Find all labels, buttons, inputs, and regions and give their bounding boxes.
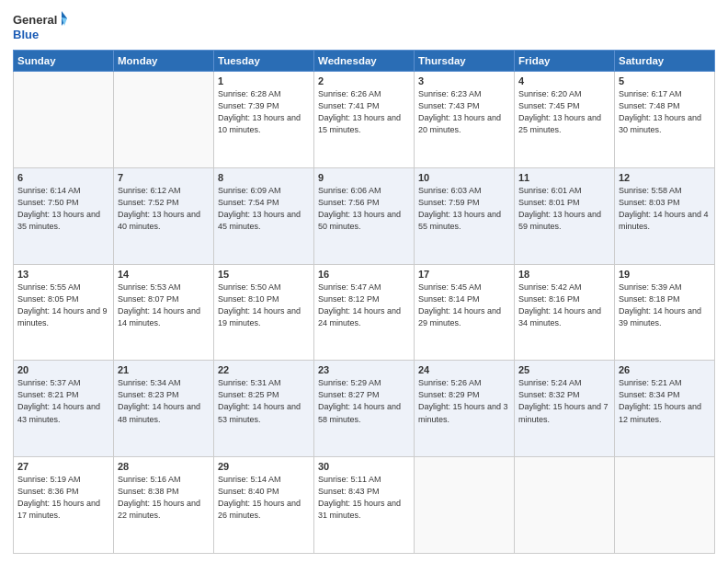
week-row-1: 1Sunrise: 6:28 AM Sunset: 7:39 PM Daylig…: [14, 72, 715, 168]
calendar-cell: 13Sunrise: 5:55 AM Sunset: 8:05 PM Dayli…: [14, 264, 114, 361]
calendar-cell: 7Sunrise: 6:12 AM Sunset: 7:52 PM Daylig…: [114, 167, 214, 264]
calendar-cell: 28Sunrise: 5:16 AM Sunset: 8:38 PM Dayli…: [114, 457, 214, 554]
day-info: Sunrise: 5:29 AM Sunset: 8:27 PM Dayligh…: [318, 377, 410, 425]
calendar-cell: [415, 457, 515, 554]
day-info: Sunrise: 5:50 AM Sunset: 8:10 PM Dayligh…: [218, 282, 310, 329]
col-header-tuesday: Tuesday: [214, 51, 314, 72]
day-number: 27: [17, 461, 109, 472]
svg-text:General: General: [13, 13, 57, 27]
calendar-cell: 29Sunrise: 5:14 AM Sunset: 8:40 PM Dayli…: [214, 457, 314, 554]
svg-text:Blue: Blue: [13, 28, 39, 41]
day-number: 15: [218, 269, 310, 280]
logo-svg: General Blue: [13, 9, 68, 44]
day-number: 1: [218, 75, 310, 86]
day-number: 2: [318, 75, 410, 86]
calendar-cell: 15Sunrise: 5:50 AM Sunset: 8:10 PM Dayli…: [214, 264, 314, 361]
day-number: 16: [318, 269, 410, 280]
day-info: Sunrise: 5:11 AM Sunset: 8:43 PM Dayligh…: [318, 474, 410, 522]
day-info: Sunrise: 6:23 AM Sunset: 7:43 PM Dayligh…: [418, 88, 510, 136]
day-number: 22: [218, 364, 310, 375]
calendar-cell: 3Sunrise: 6:23 AM Sunset: 7:43 PM Daylig…: [415, 72, 515, 168]
day-info: Sunrise: 6:14 AM Sunset: 7:50 PM Dayligh…: [17, 185, 109, 233]
day-info: Sunrise: 5:21 AM Sunset: 8:34 PM Dayligh…: [619, 377, 711, 425]
day-info: Sunrise: 6:17 AM Sunset: 7:48 PM Dayligh…: [619, 88, 711, 136]
calendar-cell: 10Sunrise: 6:03 AM Sunset: 7:59 PM Dayli…: [415, 167, 515, 264]
day-number: 11: [518, 172, 610, 183]
day-number: 6: [17, 172, 109, 183]
day-info: Sunrise: 5:53 AM Sunset: 8:07 PM Dayligh…: [118, 282, 210, 329]
col-header-friday: Friday: [515, 51, 615, 72]
day-number: 7: [118, 172, 210, 183]
day-number: 13: [17, 269, 109, 280]
col-header-saturday: Saturday: [615, 51, 715, 72]
day-info: Sunrise: 6:20 AM Sunset: 7:45 PM Dayligh…: [518, 88, 610, 136]
week-row-2: 6Sunrise: 6:14 AM Sunset: 7:50 PM Daylig…: [14, 167, 715, 264]
day-info: Sunrise: 5:39 AM Sunset: 8:18 PM Dayligh…: [619, 282, 711, 329]
calendar-cell: 25Sunrise: 5:24 AM Sunset: 8:32 PM Dayli…: [515, 361, 615, 457]
day-info: Sunrise: 6:28 AM Sunset: 7:39 PM Dayligh…: [218, 88, 310, 136]
calendar: SundayMondayTuesdayWednesdayThursdayFrid…: [13, 50, 715, 554]
calendar-cell: 27Sunrise: 5:19 AM Sunset: 8:36 PM Dayli…: [14, 457, 114, 554]
day-info: Sunrise: 6:26 AM Sunset: 7:41 PM Dayligh…: [318, 88, 410, 136]
day-info: Sunrise: 6:01 AM Sunset: 8:01 PM Dayligh…: [518, 185, 610, 233]
day-number: 9: [318, 172, 410, 183]
calendar-cell: 2Sunrise: 6:26 AM Sunset: 7:41 PM Daylig…: [314, 72, 415, 168]
calendar-cell: 30Sunrise: 5:11 AM Sunset: 8:43 PM Dayli…: [314, 457, 415, 554]
calendar-cell: 11Sunrise: 6:01 AM Sunset: 8:01 PM Dayli…: [515, 167, 615, 264]
calendar-cell: 24Sunrise: 5:26 AM Sunset: 8:29 PM Dayli…: [415, 361, 515, 457]
day-info: Sunrise: 5:16 AM Sunset: 8:38 PM Dayligh…: [118, 474, 210, 522]
day-info: Sunrise: 5:47 AM Sunset: 8:12 PM Dayligh…: [318, 282, 410, 329]
col-header-sunday: Sunday: [14, 51, 114, 72]
day-info: Sunrise: 5:24 AM Sunset: 8:32 PM Dayligh…: [518, 377, 610, 425]
day-info: Sunrise: 5:26 AM Sunset: 8:29 PM Dayligh…: [418, 377, 510, 425]
day-number: 12: [619, 172, 711, 183]
day-info: Sunrise: 5:14 AM Sunset: 8:40 PM Dayligh…: [218, 474, 310, 522]
day-number: 28: [118, 461, 210, 472]
calendar-cell: [515, 457, 615, 554]
day-info: Sunrise: 5:58 AM Sunset: 8:03 PM Dayligh…: [619, 185, 711, 233]
calendar-cell: 23Sunrise: 5:29 AM Sunset: 8:27 PM Dayli…: [314, 361, 415, 457]
day-info: Sunrise: 5:34 AM Sunset: 8:23 PM Dayligh…: [118, 377, 210, 425]
calendar-cell: 6Sunrise: 6:14 AM Sunset: 7:50 PM Daylig…: [14, 167, 114, 264]
calendar-cell: [114, 72, 214, 168]
col-header-thursday: Thursday: [415, 51, 515, 72]
day-number: 24: [418, 364, 510, 375]
calendar-cell: 22Sunrise: 5:31 AM Sunset: 8:25 PM Dayli…: [214, 361, 314, 457]
week-row-5: 27Sunrise: 5:19 AM Sunset: 8:36 PM Dayli…: [14, 457, 715, 554]
logo: General Blue: [13, 9, 68, 44]
day-number: 10: [418, 172, 510, 183]
day-number: 19: [619, 269, 711, 280]
day-number: 29: [218, 461, 310, 472]
page: General Blue SundayMondayTuesdayWednesda…: [0, 0, 728, 563]
day-number: 26: [619, 364, 711, 375]
calendar-cell: 1Sunrise: 6:28 AM Sunset: 7:39 PM Daylig…: [214, 72, 314, 168]
day-number: 23: [318, 364, 410, 375]
day-number: 20: [17, 364, 109, 375]
calendar-cell: 8Sunrise: 6:09 AM Sunset: 7:54 PM Daylig…: [214, 167, 314, 264]
day-info: Sunrise: 6:06 AM Sunset: 7:56 PM Dayligh…: [318, 185, 410, 233]
day-info: Sunrise: 6:03 AM Sunset: 7:59 PM Dayligh…: [418, 185, 510, 233]
calendar-cell: 5Sunrise: 6:17 AM Sunset: 7:48 PM Daylig…: [615, 72, 715, 168]
calendar-cell: 20Sunrise: 5:37 AM Sunset: 8:21 PM Dayli…: [14, 361, 114, 457]
day-number: 30: [318, 461, 410, 472]
day-info: Sunrise: 6:09 AM Sunset: 7:54 PM Dayligh…: [218, 185, 310, 233]
day-number: 3: [418, 75, 510, 86]
calendar-cell: 19Sunrise: 5:39 AM Sunset: 8:18 PM Dayli…: [615, 264, 715, 361]
day-info: Sunrise: 6:12 AM Sunset: 7:52 PM Dayligh…: [118, 185, 210, 233]
calendar-cell: 12Sunrise: 5:58 AM Sunset: 8:03 PM Dayli…: [615, 167, 715, 264]
calendar-cell: 17Sunrise: 5:45 AM Sunset: 8:14 PM Dayli…: [415, 264, 515, 361]
calendar-cell: 14Sunrise: 5:53 AM Sunset: 8:07 PM Dayli…: [114, 264, 214, 361]
calendar-cell: 4Sunrise: 6:20 AM Sunset: 7:45 PM Daylig…: [515, 72, 615, 168]
calendar-cell: [14, 72, 114, 168]
day-info: Sunrise: 5:45 AM Sunset: 8:14 PM Dayligh…: [418, 282, 510, 329]
calendar-cell: 26Sunrise: 5:21 AM Sunset: 8:34 PM Dayli…: [615, 361, 715, 457]
day-number: 18: [518, 269, 610, 280]
header: General Blue: [13, 9, 715, 44]
calendar-cell: 18Sunrise: 5:42 AM Sunset: 8:16 PM Dayli…: [515, 264, 615, 361]
week-row-3: 13Sunrise: 5:55 AM Sunset: 8:05 PM Dayli…: [14, 264, 715, 361]
day-number: 17: [418, 269, 510, 280]
day-number: 5: [619, 75, 711, 86]
col-header-monday: Monday: [114, 51, 214, 72]
day-info: Sunrise: 5:31 AM Sunset: 8:25 PM Dayligh…: [218, 377, 310, 425]
day-info: Sunrise: 5:37 AM Sunset: 8:21 PM Dayligh…: [17, 377, 109, 425]
